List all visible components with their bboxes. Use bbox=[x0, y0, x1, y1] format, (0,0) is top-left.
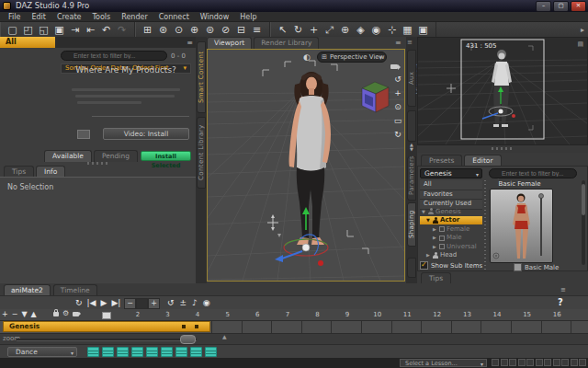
undo-icon[interactable]: ↶ bbox=[98, 23, 114, 37]
frame-camera-icon[interactable]: ▭ bbox=[394, 117, 402, 125]
search-input[interactable] bbox=[61, 51, 167, 61]
toolbar-overflow-icon[interactable]: ▸ bbox=[581, 26, 588, 34]
create-camera-icon[interactable]: ⊞ bbox=[140, 23, 155, 37]
refresh-icon[interactable]: ↺ bbox=[167, 297, 175, 309]
timeline-ruler[interactable]: +−▼▲ ⚙ 12345678910111213141516 bbox=[0, 309, 588, 320]
translate-tool-icon[interactable]: + bbox=[306, 23, 322, 37]
aniblock-group-dropdown[interactable]: Dance bbox=[7, 347, 77, 357]
lesson-page-button[interactable] bbox=[544, 359, 551, 366]
dock-splitter[interactable] bbox=[417, 145, 588, 153]
maximize-button[interactable]: ▢ bbox=[553, 1, 569, 12]
tabstrip-scroll-arrows[interactable]: ▲▼ bbox=[407, 143, 416, 152]
menu-item[interactable]: Window bbox=[195, 13, 235, 21]
viewport-canvas[interactable] bbox=[208, 50, 404, 281]
scrollbar[interactable] bbox=[582, 180, 585, 265]
tree-expand-icon[interactable]: ▶ bbox=[426, 252, 431, 258]
lesson-page-button[interactable] bbox=[579, 359, 586, 366]
zoom-slider-thumb[interactable] bbox=[180, 335, 196, 344]
spot-render-tool-icon[interactable]: ◉ bbox=[368, 23, 384, 37]
minimize-button[interactable]: – bbox=[536, 1, 551, 12]
lesson-page-button[interactable] bbox=[553, 359, 560, 366]
video-install-button[interactable]: Video: Install bbox=[103, 128, 189, 140]
tree-item-genesis[interactable]: ▼ Genesis bbox=[420, 207, 482, 216]
view-selector[interactable]: ⊞ Perspective View bbox=[317, 52, 387, 63]
aim-camera-icon[interactable]: ⊹ bbox=[384, 23, 400, 37]
lesson-page-button[interactable] bbox=[561, 359, 569, 366]
track-option-dot[interactable] bbox=[182, 325, 186, 328]
orbit-camera-icon[interactable]: ↺ bbox=[394, 75, 401, 84]
current-frame-marker[interactable] bbox=[102, 312, 111, 319]
create-primitive-icon[interactable]: ⊚ bbox=[202, 23, 218, 37]
track-option-dot[interactable] bbox=[195, 325, 198, 328]
lesson-page-button[interactable] bbox=[536, 359, 543, 366]
show-sub-items-checkbox[interactable] bbox=[420, 261, 428, 270]
product-thumbnail[interactable] bbox=[490, 189, 553, 263]
pane-menu-icon[interactable]: ≡ bbox=[395, 39, 401, 47]
frame-increment-button[interactable]: + bbox=[148, 298, 160, 309]
new-file-icon[interactable]: ▢ bbox=[5, 23, 20, 37]
dock-tab-parameters[interactable]: Parameters bbox=[407, 156, 416, 201]
close-button[interactable]: ✕ bbox=[571, 1, 586, 12]
frame-value[interactable] bbox=[136, 298, 148, 309]
frame-camera-icon[interactable]: ▦ bbox=[400, 23, 415, 37]
tree-expand-icon[interactable]: ▶ bbox=[433, 244, 437, 249]
camera-options-icon[interactable] bbox=[390, 64, 398, 69]
aniblock[interactable] bbox=[146, 347, 158, 357]
lock-icon[interactable] bbox=[53, 312, 59, 316]
aux-viewport-canvas[interactable] bbox=[418, 38, 587, 144]
lesson-page-button[interactable] bbox=[571, 359, 578, 366]
audio-icon[interactable]: ♪ bbox=[192, 297, 198, 309]
pan-camera-icon[interactable]: + bbox=[394, 89, 401, 98]
dolly-camera-icon[interactable]: ⊙ bbox=[394, 103, 401, 111]
tab-render-library[interactable]: Render Library bbox=[254, 37, 319, 49]
delete-track-icon[interactable]: − bbox=[12, 310, 18, 319]
tree-item-universal[interactable]: ▶ Universal bbox=[420, 242, 482, 251]
create-point-light-icon[interactable]: ⊙ bbox=[171, 23, 187, 37]
viewport-pane[interactable]: ◐ ⊞ Perspective View ↺+⊙▭↻ bbox=[207, 49, 405, 282]
lesson-page-button[interactable] bbox=[501, 359, 508, 366]
menu-item[interactable]: Render bbox=[116, 13, 153, 21]
tree-item-actor[interactable]: ▼ Actor bbox=[420, 216, 482, 225]
aux-options-icon[interactable]: ▤ bbox=[577, 40, 583, 48]
dock-tab-inactive[interactable] bbox=[407, 258, 416, 278]
track-cells[interactable] bbox=[211, 321, 588, 333]
help-icon[interactable]: ? bbox=[558, 297, 563, 307]
zoom-slider-track[interactable] bbox=[17, 339, 197, 341]
aniblock[interactable] bbox=[161, 347, 173, 357]
product-row[interactable]: Basic Male bbox=[514, 263, 559, 271]
node-selection-tool-icon[interactable]: ↖ bbox=[275, 23, 290, 37]
preset-search-input[interactable] bbox=[489, 168, 577, 178]
rotate-tool-icon[interactable]: ↻ bbox=[290, 23, 306, 37]
install-selected-button[interactable]: Install Selected bbox=[141, 151, 191, 161]
save-icon[interactable]: ▣ bbox=[51, 23, 67, 37]
menu-item[interactable]: Create bbox=[51, 13, 87, 21]
splitter-handle[interactable] bbox=[87, 162, 109, 165]
open-file-icon[interactable]: ◰ bbox=[20, 23, 36, 37]
render-icon[interactable]: ▣ bbox=[415, 23, 431, 37]
panel-menu-icon[interactable]: ≡ bbox=[187, 39, 193, 47]
scene-info-icon[interactable]: ≡ bbox=[249, 23, 265, 37]
dock-tab-inactive[interactable] bbox=[407, 110, 416, 142]
dock-tab-shaping[interactable]: Shaping bbox=[407, 202, 416, 247]
tree-expand-icon[interactable]: ▶ bbox=[433, 235, 437, 240]
loop-button[interactable]: ↻ bbox=[75, 297, 83, 309]
record-icon[interactable]: ◉ bbox=[203, 297, 210, 309]
gear-icon[interactable]: ⚙ bbox=[62, 309, 69, 317]
move-track-up-icon[interactable]: ▲ bbox=[31, 310, 37, 319]
tree-expand-icon[interactable]: ▼ bbox=[422, 209, 426, 214]
play-button[interactable]: ▶ bbox=[101, 297, 107, 309]
aniblock[interactable] bbox=[102, 347, 114, 357]
menu-item[interactable]: Help bbox=[234, 13, 262, 21]
add-track-icon[interactable]: + bbox=[2, 310, 8, 319]
aniblock[interactable] bbox=[190, 347, 202, 357]
column-splitter[interactable] bbox=[484, 180, 486, 272]
dock-tab-smart-content[interactable]: Smart Content bbox=[197, 41, 206, 113]
open-recent-icon[interactable]: ◱ bbox=[36, 23, 51, 37]
aniblock[interactable] bbox=[131, 347, 143, 357]
aux-viewport[interactable]: 431 : 505 ▤ bbox=[417, 37, 588, 145]
create-group-icon[interactable]: ⊟ bbox=[233, 23, 249, 37]
tab-viewport[interactable]: Viewport bbox=[207, 37, 252, 49]
show-sub-items-row[interactable]: Show Sub Items bbox=[420, 261, 482, 270]
filter-favorites[interactable]: Favorites bbox=[420, 190, 482, 201]
scale-tool-icon[interactable]: ⤢ bbox=[322, 23, 337, 37]
